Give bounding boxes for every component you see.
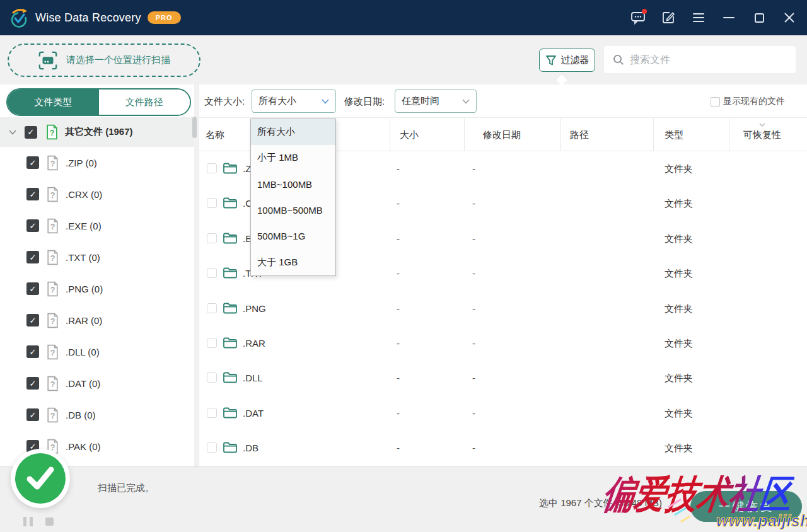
- maximize-icon[interactable]: [752, 10, 767, 25]
- stop-icon[interactable]: [45, 518, 54, 526]
- tab-file-path[interactable]: 文件路径: [99, 90, 190, 115]
- compose-icon[interactable]: [661, 10, 676, 25]
- filter-button[interactable]: 过滤器: [539, 49, 595, 72]
- item-checkbox-checked[interactable]: ✓: [26, 408, 39, 421]
- cell-name: .DLL: [243, 361, 263, 395]
- file-size-select[interactable]: 所有大小: [252, 90, 336, 113]
- svg-text:?: ?: [50, 379, 55, 388]
- row-checkbox[interactable]: [207, 233, 217, 243]
- chevron-down-icon[interactable]: [9, 130, 16, 135]
- filter-callout-arrow: [555, 73, 568, 86]
- sidebar-scrollbar[interactable]: [192, 116, 197, 466]
- unknown-file-icon: ?: [46, 250, 59, 265]
- item-checkbox-checked[interactable]: ✓: [26, 377, 39, 390]
- recover-button[interactable]: 一键恢复: [690, 491, 802, 522]
- list-item[interactable]: ✓ ? .PNG (0): [0, 273, 194, 304]
- folder-icon: [223, 197, 238, 209]
- row-checkbox[interactable]: [207, 373, 217, 383]
- unknown-file-icon: ?: [45, 124, 59, 140]
- list-item[interactable]: ✓ ? .DB (0): [0, 399, 194, 431]
- list-item[interactable]: ✓ ? .ZIP (0): [0, 147, 194, 178]
- search-input[interactable]: [630, 54, 781, 66]
- col-path[interactable]: 路径: [570, 118, 589, 151]
- unknown-file-icon: ?: [46, 187, 59, 202]
- item-checkbox-checked[interactable]: ✓: [26, 282, 39, 295]
- col-date[interactable]: 修改日期: [483, 118, 521, 151]
- scrollbar-thumb[interactable]: [192, 117, 197, 138]
- item-checkbox-checked[interactable]: ✓: [26, 188, 39, 200]
- minimize-icon[interactable]: [721, 10, 736, 25]
- statusbar: 扫描已完成。 选中 1967 个文件 (38.48 MB) 一键恢复: [0, 466, 807, 532]
- dropdown-option[interactable]: 小于 1MB: [251, 145, 335, 171]
- list-item[interactable]: ✓ ? .TXT (0): [0, 241, 194, 273]
- message-icon[interactable]: [630, 10, 646, 25]
- chevron-down-icon: [322, 99, 329, 104]
- folder-icon: [223, 267, 238, 279]
- item-checkbox-checked[interactable]: ✓: [26, 251, 39, 263]
- cell-type: 文件夹: [665, 396, 693, 431]
- sort-chevron-icon[interactable]: [759, 123, 765, 127]
- cell-date: -: [472, 221, 475, 256]
- item-checkbox-checked[interactable]: ✓: [26, 219, 39, 232]
- row-checkbox[interactable]: [207, 338, 217, 348]
- modified-date-label: 修改日期:: [344, 84, 385, 118]
- select-scan-location-button[interactable]: 请选择一个位置进行扫描: [8, 43, 200, 77]
- pause-icon[interactable]: [23, 517, 33, 526]
- menu-icon[interactable]: [691, 10, 706, 25]
- col-name[interactable]: 名称: [206, 118, 224, 151]
- cell-type: 文件夹: [665, 361, 693, 395]
- item-checkbox-checked[interactable]: ✓: [26, 345, 39, 358]
- tab-file-type[interactable]: 文件类型: [8, 90, 99, 115]
- col-type[interactable]: 类型: [665, 118, 683, 151]
- close-icon[interactable]: [782, 10, 797, 25]
- svg-text:?: ?: [50, 411, 55, 420]
- folder-icon: [223, 302, 238, 315]
- search-icon: [613, 54, 624, 66]
- item-label: .PNG (0): [66, 284, 103, 294]
- table-row[interactable]: .DAT - - 文件夹: [199, 396, 807, 431]
- filter-button-label: 过滤器: [561, 54, 589, 66]
- list-item[interactable]: ✓ ? .RAR (0): [0, 304, 194, 336]
- unknown-file-icon: ?: [46, 344, 59, 360]
- tab-file-type-label: 文件类型: [34, 96, 72, 108]
- pro-badge: PRO: [148, 11, 181, 24]
- row-checkbox[interactable]: [207, 303, 217, 313]
- row-checkbox[interactable]: [207, 163, 217, 173]
- dropdown-option[interactable]: 所有大小: [251, 119, 335, 145]
- modified-date-select[interactable]: 任意时间: [395, 90, 477, 113]
- list-item[interactable]: ✓ ? .CRX (0): [0, 178, 194, 210]
- list-item[interactable]: ✓ ? .DLL (0): [0, 336, 194, 367]
- checkbox-unchecked[interactable]: [711, 97, 720, 107]
- table-row[interactable]: .PNG - - 文件夹: [199, 291, 807, 326]
- dropdown-option[interactable]: 500MB~1G: [251, 223, 335, 249]
- row-checkbox[interactable]: [207, 268, 217, 278]
- list-item[interactable]: ✓ ? .DAT (0): [0, 367, 194, 399]
- row-checkbox[interactable]: [207, 198, 217, 208]
- unknown-file-icon: ?: [46, 155, 59, 171]
- notification-dot: [642, 9, 647, 14]
- table-row[interactable]: .RAR - - 文件夹: [199, 326, 807, 361]
- svg-text:?: ?: [50, 129, 55, 137]
- cell-name: .PNG: [243, 291, 266, 326]
- search-box[interactable]: [604, 46, 796, 73]
- cell-type: 文件夹: [665, 326, 693, 361]
- table-row[interactable]: .DLL - - 文件夹: [199, 361, 807, 395]
- table-row[interactable]: .DB - - 文件夹: [199, 431, 807, 465]
- col-size[interactable]: 大小: [400, 118, 419, 151]
- parent-checkbox-checked[interactable]: ✓: [25, 126, 37, 139]
- dropdown-option-label: 500MB~1G: [257, 231, 305, 241]
- dropdown-option[interactable]: 100MB~500MB: [251, 197, 335, 223]
- dropdown-option[interactable]: 大于 1GB: [251, 250, 335, 275]
- funnel-icon: [545, 55, 557, 66]
- show-existing-checkbox[interactable]: 显示现有的文件: [711, 96, 785, 107]
- tree-parent-other-files[interactable]: ✓ ? 其它文件 (1967): [0, 117, 194, 147]
- row-checkbox[interactable]: [207, 442, 217, 453]
- list-item[interactable]: ✓ ? .EXE (0): [0, 210, 194, 241]
- dropdown-option[interactable]: 1MB~100MB: [251, 171, 335, 197]
- item-checkbox-checked[interactable]: ✓: [26, 156, 39, 169]
- selection-summary: 选中 1967 个文件 (38.48 MB): [539, 497, 662, 509]
- row-checkbox[interactable]: [207, 408, 217, 418]
- item-checkbox-checked[interactable]: ✓: [26, 314, 39, 327]
- cell-date: -: [472, 186, 475, 221]
- tab-file-path-label: 文件路径: [125, 96, 163, 108]
